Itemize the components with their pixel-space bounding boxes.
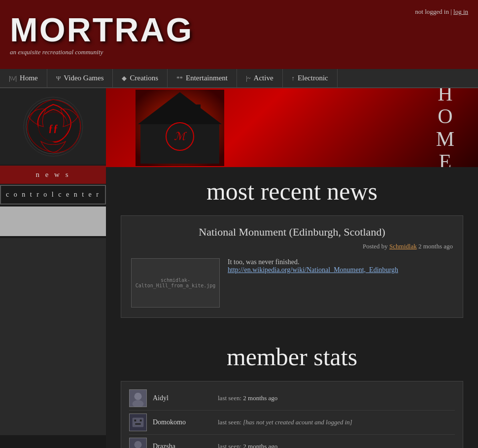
main-nav: |\\/| Home Ψ Video Games ◆ Creations ** … bbox=[0, 69, 478, 88]
nav-video-games-label: Video Games bbox=[64, 74, 103, 82]
active-icon: |~ bbox=[246, 74, 251, 82]
electronic-icon: ↑ bbox=[292, 74, 295, 82]
letter-e: E bbox=[439, 150, 455, 167]
svg-rect-17 bbox=[133, 418, 144, 427]
nav-video-games[interactable]: Ψ Video Games bbox=[47, 69, 113, 87]
control-center-button[interactable]: c o n t r o l c e n t e r bbox=[0, 185, 106, 205]
svg-rect-18 bbox=[134, 419, 136, 421]
news-author-link[interactable]: Schmidlak bbox=[389, 242, 417, 250]
nav-electronic-label: Electronic bbox=[298, 74, 328, 82]
stats-section: member stats Aidyl last seen: 2 months a… bbox=[106, 338, 478, 448]
nav-creations-label: Creations bbox=[130, 74, 158, 82]
home-letters: H O M E bbox=[436, 88, 458, 167]
house-graphic: ℳ bbox=[136, 90, 224, 166]
video-games-icon: Ψ bbox=[56, 74, 61, 82]
svg-rect-19 bbox=[140, 419, 142, 421]
letter-o: O bbox=[438, 105, 456, 128]
avatar-drazsha bbox=[129, 438, 147, 448]
member-name-domokomo: Domokomo bbox=[153, 418, 212, 426]
news-time: 2 months ago bbox=[418, 242, 453, 250]
news-card-title: National Monument (Edinburgh, Scotland) bbox=[131, 226, 453, 239]
nav-home[interactable]: |\\/| Home bbox=[0, 69, 47, 87]
news-card-body: schmidlak-Calton_Hill_from_a_kite.jpg It… bbox=[131, 258, 453, 308]
stats-section-title: member stats bbox=[121, 343, 463, 371]
svg-point-14 bbox=[134, 393, 141, 400]
auth-area: not logged in | log in bbox=[415, 5, 468, 16]
hero-banner: ℳ H O M E bbox=[106, 88, 478, 167]
entertainment-icon: ** bbox=[176, 74, 183, 82]
letter-h: H bbox=[438, 88, 456, 105]
nav-home-label: Home bbox=[20, 74, 38, 82]
sidebar: ƒƒ n e w s c o n t r o l c e n t e r bbox=[0, 88, 106, 448]
member-name-drazsha: Drazsha bbox=[153, 443, 212, 448]
logo: MORTRAG bbox=[10, 13, 193, 46]
svg-text:ℳ: ℳ bbox=[174, 130, 187, 142]
member-lastseen-aidyl: last seen: 2 months ago bbox=[218, 394, 277, 402]
news-button[interactable]: n e w s bbox=[0, 166, 106, 184]
svg-rect-9 bbox=[172, 141, 187, 164]
member-row: Aidyl last seen: 2 months ago bbox=[129, 386, 455, 411]
nav-entertainment-label: Entertainment bbox=[186, 74, 228, 82]
news-section-title: most recent news bbox=[121, 177, 463, 206]
sidebar-logo-graphic: ƒƒ bbox=[14, 92, 93, 161]
nav-electronic[interactable]: ↑ Electronic bbox=[283, 69, 338, 87]
news-card-text: It too, was never finished. http://en.wi… bbox=[228, 258, 398, 274]
nav-creations[interactable]: ◆ Creations bbox=[113, 69, 168, 87]
news-body-text: It too, was never finished. bbox=[228, 258, 299, 266]
news-section: most recent news National Monument (Edin… bbox=[106, 167, 478, 338]
header: MORTRAG an exquisite recreational commun… bbox=[0, 0, 478, 69]
main-content: ℳ H O M E most recent news National Monu… bbox=[106, 88, 478, 448]
logo-area: MORTRAG an exquisite recreational commun… bbox=[10, 13, 193, 56]
tagline: an exquisite recreational community bbox=[10, 48, 193, 56]
nav-active-label: Active bbox=[254, 74, 273, 82]
main-layout: ƒƒ n e w s c o n t r o l c e n t e r bbox=[0, 88, 478, 448]
member-lastseen-domokomo: last seen: [has not yet created acount a… bbox=[218, 418, 352, 426]
avatar-domokomo bbox=[129, 414, 147, 431]
posted-by-label: Posted by bbox=[363, 242, 388, 250]
creations-icon: ◆ bbox=[122, 74, 127, 82]
letter-m: M bbox=[436, 128, 458, 150]
avatar-aidyl bbox=[129, 389, 147, 407]
auth-status: not logged in bbox=[415, 8, 449, 15]
news-card-meta: Posted by Schmidlak 2 months ago bbox=[131, 242, 453, 250]
member-name-aidyl: Aidyl bbox=[153, 394, 212, 402]
nav-active[interactable]: |~ Active bbox=[237, 69, 283, 87]
home-nav-icon: |\\/| bbox=[9, 74, 17, 82]
member-row: Drazsha last seen: 2 months ago bbox=[129, 435, 455, 448]
news-image: schmidlak-Calton_Hill_from_a_kite.jpg bbox=[131, 258, 220, 308]
news-wiki-link[interactable]: http://en.wikipedia.org/wiki/National_Mo… bbox=[228, 266, 398, 274]
svg-text:ƒƒ: ƒƒ bbox=[48, 123, 58, 134]
stats-card: Aidyl last seen: 2 months ago Domokomo l… bbox=[121, 381, 463, 448]
svg-rect-10 bbox=[195, 104, 201, 122]
sidebar-bottom bbox=[0, 238, 106, 435]
sidebar-advertisement bbox=[0, 207, 106, 236]
member-lastseen-drazsha: last seen: 2 months ago bbox=[218, 443, 277, 448]
member-row: Domokomo last seen: [has not yet created… bbox=[129, 411, 455, 435]
login-link[interactable]: log in bbox=[453, 8, 468, 15]
sidebar-logo: ƒƒ bbox=[0, 88, 106, 165]
nav-entertainment[interactable]: ** Entertainment bbox=[168, 69, 237, 87]
news-card: National Monument (Edinburgh, Scotland) … bbox=[121, 215, 463, 318]
svg-rect-20 bbox=[135, 423, 140, 425]
